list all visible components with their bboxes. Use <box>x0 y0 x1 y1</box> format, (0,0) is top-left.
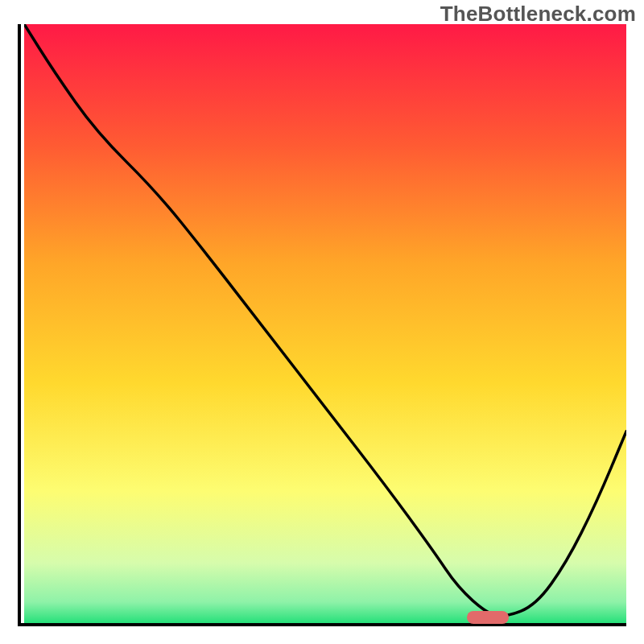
plot-area <box>18 24 626 626</box>
optimal-marker <box>467 611 509 624</box>
watermark-text: TheBottleneck.com <box>440 2 636 27</box>
chart-svg <box>24 24 626 623</box>
gradient-fill <box>24 24 626 623</box>
chart-container: TheBottleneck.com <box>0 0 644 644</box>
